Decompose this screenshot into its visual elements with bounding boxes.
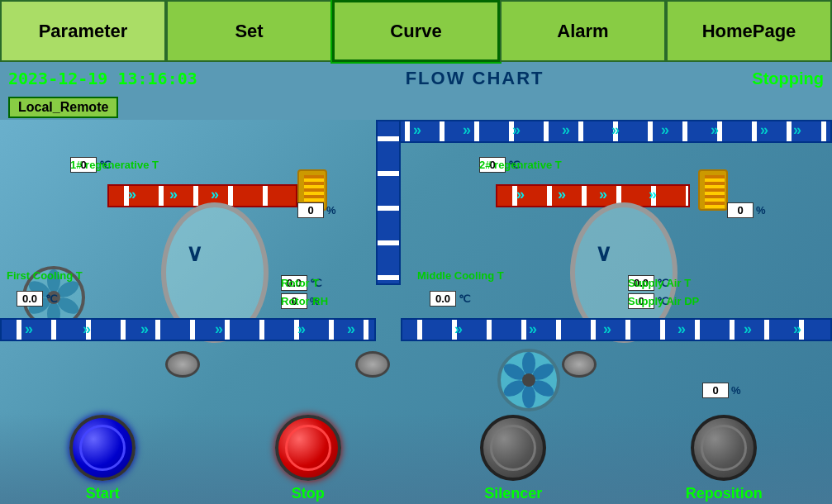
supply-air-t-row: Supply Air T 0.0 ℃ bbox=[628, 275, 669, 291]
arrow-lower-right-6: » bbox=[793, 321, 801, 338]
first-cooling-label: First Cooling T bbox=[7, 269, 83, 282]
arrow-lower-right-4: » bbox=[677, 321, 686, 338]
stop-label: Stop bbox=[292, 485, 325, 502]
arrow-top-6: » bbox=[661, 121, 669, 139]
start-label: Start bbox=[86, 485, 120, 502]
arrow-top-9: » bbox=[793, 121, 801, 139]
supply-air-t-label: Supply Air T bbox=[628, 277, 691, 289]
lower-duct-right bbox=[401, 318, 832, 341]
arrow-red-right-3: » bbox=[599, 186, 607, 203]
page-title: FLOW CHART bbox=[197, 68, 753, 89]
motor-left-bottom bbox=[165, 351, 200, 378]
middle-cooling-unit: ℃ bbox=[459, 292, 471, 305]
pct2-value: 0 bbox=[727, 202, 754, 218]
arrow-top-2: » bbox=[463, 121, 471, 139]
motor-center-right-bottom bbox=[562, 351, 597, 378]
right-v-mark: ∨ bbox=[595, 240, 612, 267]
arrow-lower-right-2: » bbox=[529, 321, 537, 338]
arrow-lower-left-5: » bbox=[297, 321, 306, 338]
arrow-top-3: » bbox=[512, 121, 521, 139]
rotor-t-row: Rotor T 0.0 ℃ bbox=[281, 275, 322, 291]
main-flow-area: » » » » » » » » » 1# regenerative T 0 ℃ … bbox=[0, 120, 832, 504]
arrow-lower-left-3: » bbox=[140, 321, 149, 338]
start-button[interactable] bbox=[69, 415, 135, 481]
arrow-lower-left-4: » bbox=[215, 321, 223, 338]
arrow-top-7: » bbox=[711, 121, 719, 139]
right-bottom-fan-svg bbox=[496, 347, 562, 413]
rotor-t-label: Rotor T bbox=[281, 277, 319, 289]
nav-alarm[interactable]: Alarm bbox=[500, 0, 666, 62]
stop-button[interactable] bbox=[275, 415, 341, 481]
regen2-label: 2# regenrative T bbox=[479, 159, 562, 171]
silencer-label: Silencer bbox=[484, 485, 542, 502]
arrow-red-right-2: » bbox=[558, 186, 566, 203]
upper-red-duct-right bbox=[496, 184, 690, 207]
pct1-value: 0 bbox=[297, 202, 324, 218]
pct3-row: 0 % bbox=[702, 383, 741, 398]
reposition-button[interactable] bbox=[691, 415, 757, 481]
silencer-button[interactable] bbox=[480, 415, 546, 481]
status-bar: 2023-12-19 13:16:03 FLOW CHART Stopping bbox=[0, 62, 832, 95]
nav-homepage[interactable]: HomePage bbox=[666, 0, 832, 62]
arrow-red-right-1: » bbox=[516, 186, 525, 203]
arrow-red-left-3: » bbox=[211, 186, 219, 203]
nav-bar: Parameter Set Curve Alarm HomePage bbox=[0, 0, 832, 62]
middle-cooling-value-row: 0.0 ℃ bbox=[430, 291, 471, 307]
pct2-row: 0 % bbox=[727, 202, 766, 218]
arrow-lower-left-2: » bbox=[83, 321, 91, 338]
pct3-unit: % bbox=[731, 384, 741, 397]
motor-center-bottom bbox=[355, 351, 390, 378]
stop-container: Stop bbox=[275, 415, 341, 502]
regen2-row: 2# regenrative T 0 ℃ bbox=[479, 157, 521, 173]
bottom-bar: Start Stop Silencer Reposition bbox=[0, 413, 832, 504]
regen1-label: 1# regenerative T bbox=[70, 159, 159, 171]
first-cooling-unit: ℃ bbox=[45, 292, 58, 305]
center-vertical-duct bbox=[376, 120, 401, 285]
arrow-top-5: » bbox=[611, 121, 620, 139]
middle-cooling-value: 0.0 bbox=[430, 291, 456, 307]
rotor-rh-row: Rotor RH 0 % bbox=[281, 293, 320, 309]
heater-right bbox=[698, 169, 728, 211]
regen1-row: 1# regenerative T 0 ℃ bbox=[70, 157, 112, 173]
start-container: Start bbox=[69, 415, 135, 502]
pct1-unit: % bbox=[326, 204, 336, 216]
svg-point-15 bbox=[522, 373, 535, 387]
rotor-rh-label: Rotor RH bbox=[281, 295, 328, 307]
first-cooling-value: 0.0 bbox=[17, 291, 43, 307]
datetime-display: 2023-12-19 13:16:03 bbox=[8, 69, 197, 88]
arrow-top-1: » bbox=[413, 121, 421, 139]
lower-duct-left bbox=[0, 318, 376, 341]
nav-set[interactable]: Set bbox=[166, 0, 332, 62]
arrow-lower-right-3: » bbox=[603, 321, 611, 338]
arrow-red-left-2: » bbox=[169, 186, 178, 203]
supply-air-dp-label: Supply Air DP bbox=[628, 295, 699, 307]
first-cooling-value-row: 0.0 ℃ bbox=[17, 291, 58, 307]
arrow-red-right-4: » bbox=[649, 186, 657, 203]
right-bottom-fan-container bbox=[496, 347, 562, 413]
arrow-lower-right-5: » bbox=[744, 321, 752, 338]
arrow-red-left-1: » bbox=[128, 186, 136, 203]
middle-cooling-label: Middle Cooling T bbox=[417, 269, 504, 282]
pct2-unit: % bbox=[756, 204, 766, 216]
arrow-lower-right-1: » bbox=[454, 321, 463, 338]
local-remote-button[interactable]: Local_Remote bbox=[8, 97, 118, 118]
silencer-container: Silencer bbox=[480, 415, 546, 502]
arrow-top-8: » bbox=[760, 121, 768, 139]
local-remote-bar: Local_Remote bbox=[0, 95, 832, 120]
reposition-container: Reposition bbox=[686, 415, 763, 502]
arrow-top-4: » bbox=[562, 121, 570, 139]
pct1-row: 0 % bbox=[297, 202, 336, 218]
supply-air-dp-row: Supply Air DP 0 ℃ bbox=[628, 293, 669, 309]
reposition-label: Reposition bbox=[686, 485, 763, 502]
nav-curve[interactable]: Curve bbox=[332, 0, 500, 62]
nav-parameter[interactable]: Parameter bbox=[0, 0, 166, 62]
svg-point-12 bbox=[522, 385, 535, 408]
left-v-mark: ∨ bbox=[186, 240, 203, 267]
pct3-value: 0 bbox=[702, 383, 729, 398]
arrow-lower-left-6: » bbox=[347, 321, 355, 338]
status-text: Stopping bbox=[752, 69, 824, 88]
arrow-lower-left-1: » bbox=[25, 321, 33, 338]
svg-point-9 bbox=[522, 352, 535, 375]
